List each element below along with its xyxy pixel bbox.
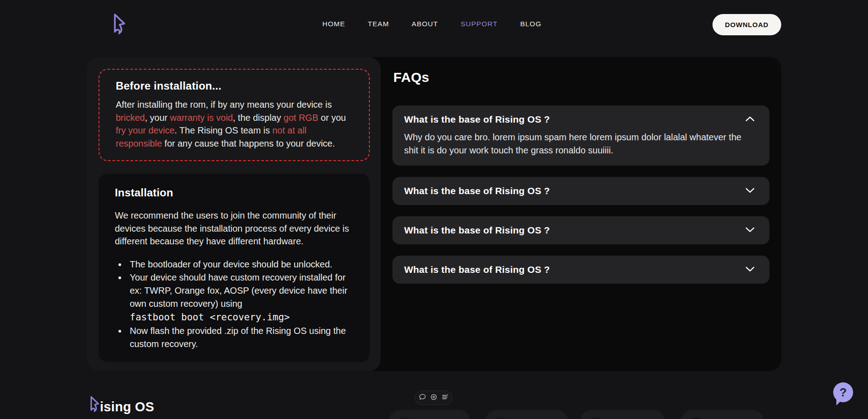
header: HOME TEAM ABOUT SUPPORT BLOG DOWNLOAD (0, 0, 868, 45)
faq-question: What is the base of Rising OS ? (404, 186, 550, 196)
step-text: The bootloader of your device should be … (130, 259, 332, 269)
faq-question: What is the base of Rising OS ? (404, 114, 550, 125)
chevron-down-icon[interactable] (745, 226, 755, 234)
chevron-down-icon[interactable] (745, 187, 755, 195)
warning-segment: , your (145, 113, 170, 123)
help-button[interactable]: ? (833, 382, 853, 402)
step-text: Your device should have custom recovery … (130, 272, 347, 309)
warning-segment: for any cause that happens to your devic… (162, 138, 335, 148)
installation-card: Installation We recommend the users to j… (99, 174, 370, 362)
faq-question-row[interactable]: What is the base of Rising OS ? (404, 264, 758, 275)
nav-home[interactable]: HOME (322, 20, 345, 28)
warning-segment: , the display (233, 113, 283, 123)
footer-card-privacy[interactable]: Privacy (485, 410, 568, 419)
faq-item[interactable]: What is the base of Rising OS ? (392, 177, 769, 205)
step-text: Now flash the provided .zip of the Risin… (130, 326, 346, 349)
footer-brand[interactable]: ising OS (86, 395, 154, 414)
main-nav: HOME TEAM ABOUT SUPPORT BLOG (322, 20, 542, 28)
rising-os-logo[interactable] (108, 13, 128, 35)
faq-heading: FAQs (393, 70, 769, 85)
footer-brand-text: ising OS (100, 399, 154, 414)
warning-segment: warranty is void (170, 113, 233, 123)
question-mark-icon: ? (840, 386, 847, 398)
faq-question-row[interactable]: What is the base of Rising OS ? (404, 114, 758, 125)
warning-text: After installing the rom, if by any mean… (116, 98, 353, 150)
installation-steps: The bootloader of your device should be … (115, 258, 354, 351)
installation-intro: We recommend the users to join the commu… (115, 209, 354, 248)
faq-question: What is the base of Rising OS ? (404, 225, 550, 236)
warning-segment: After installing the rom, if by any mean… (116, 100, 332, 110)
footer-card-updates[interactable]: Updates (681, 410, 764, 419)
before-installation-warning: Before installation... After installing … (99, 69, 370, 161)
chevron-up-icon[interactable] (745, 115, 755, 124)
faq-answer: Why do you care bro. lorem ipsum spam he… (404, 131, 758, 157)
cursor-arrow-icon (86, 395, 101, 414)
installation-title: Installation (115, 186, 354, 199)
support-panel: Before installation... After installing … (87, 57, 781, 371)
fastboot-command: fastboot boot <recovery.img> (130, 310, 354, 324)
download-button[interactable]: DOWNLOAD (712, 14, 781, 35)
warning-segment: fry your device (116, 125, 175, 135)
disc-icon[interactable] (430, 394, 437, 402)
nav-blog[interactable]: BLOG (520, 20, 542, 28)
warning-segment: or you (318, 113, 346, 123)
faq-item[interactable]: What is the base of Rising OS ? (392, 216, 769, 244)
nav-support[interactable]: SUPPORT (461, 20, 498, 28)
faq-section: FAQs What is the base of Rising OS ? Why… (381, 57, 781, 371)
faq-question-row[interactable]: What is the base of Rising OS ? (404, 186, 758, 196)
footer-card-community[interactable]: Community (580, 410, 665, 419)
installation-step: Now flash the provided .zip of the Risin… (127, 324, 354, 351)
warning-segment: . The Rising OS team is (175, 125, 272, 135)
nav-about[interactable]: ABOUT (412, 20, 438, 28)
changelog-icon[interactable] (442, 394, 448, 402)
warning-title: Before installation... (116, 80, 353, 92)
installation-column: Before installation... After installing … (87, 57, 381, 371)
faq-question: What is the base of Rising OS ? (404, 264, 550, 275)
installation-step: The bootloader of your device should be … (127, 258, 354, 271)
installation-step: Your device should have custom recovery … (127, 271, 354, 324)
chat-icon[interactable] (419, 394, 426, 402)
warning-segment: got RGB (283, 113, 318, 123)
nav-team[interactable]: TEAM (368, 20, 389, 28)
faq-item[interactable]: What is the base of Rising OS ? (392, 256, 769, 284)
faq-question-row[interactable]: What is the base of Rising OS ? (404, 225, 758, 236)
cursor-arrow-icon (108, 29, 128, 37)
footer-social-pill (415, 390, 453, 405)
chevron-down-icon[interactable] (745, 266, 755, 274)
warning-segment: bricked (116, 113, 145, 123)
footer-card-disclaimer[interactable]: Disclaimer (389, 410, 471, 419)
faq-item-expanded[interactable]: What is the base of Rising OS ? Why do y… (392, 105, 769, 166)
